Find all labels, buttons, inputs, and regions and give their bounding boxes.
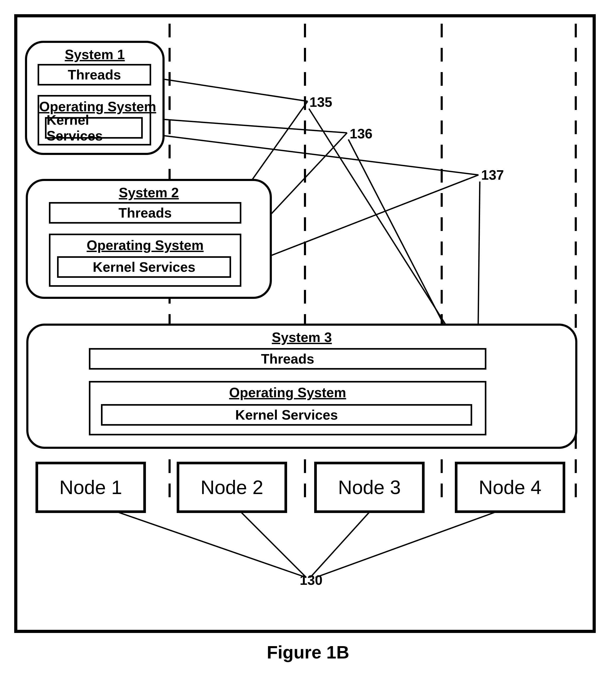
system-1-kernel: Kernel Services (45, 117, 143, 139)
svg-line-16 (310, 508, 373, 577)
system-1-threads: Threads (38, 64, 151, 86)
system-2-os-title: Operating System (50, 237, 240, 253)
system-1-box: System 1 Threads Operating System Kernel… (25, 41, 165, 155)
system-1-os-box: Operating System Kernel Services (38, 95, 151, 146)
figure-caption: Figure 1B (0, 642, 616, 662)
system-3-box: System 3 Threads Operating System Kernel… (26, 324, 577, 449)
system-3-kernel: Kernel Services (101, 404, 472, 426)
node-1: Node 1 (35, 462, 146, 513)
node-4: Node 4 (455, 462, 565, 513)
system-1-title: System 1 (27, 46, 163, 62)
node-3: Node 3 (314, 462, 424, 513)
system-2-box: System 2 Threads Operating System Kernel… (26, 179, 272, 299)
svg-line-17 (315, 508, 507, 577)
ref-137: 137 (481, 167, 504, 183)
system-3-os-title: Operating System (91, 385, 485, 400)
figure-1b: System 1 Threads Operating System Kernel… (0, 0, 616, 679)
system-3-title: System 3 (28, 329, 575, 345)
system-2-kernel: Kernel Services (57, 256, 231, 278)
system-3-os-box: Operating System Kernel Services (89, 381, 486, 435)
system-2-threads: Threads (49, 202, 241, 224)
ref-130: 130 (300, 572, 322, 588)
svg-line-15 (237, 508, 306, 577)
ref-135: 135 (309, 94, 332, 110)
system-2-os-box: Operating System Kernel Services (49, 234, 241, 287)
node-2: Node 2 (177, 462, 287, 513)
svg-line-11 (131, 132, 479, 175)
system-3-threads: Threads (89, 348, 486, 369)
ref-136: 136 (350, 126, 373, 141)
system-2-title: System 2 (28, 185, 270, 200)
svg-line-14 (105, 508, 306, 577)
